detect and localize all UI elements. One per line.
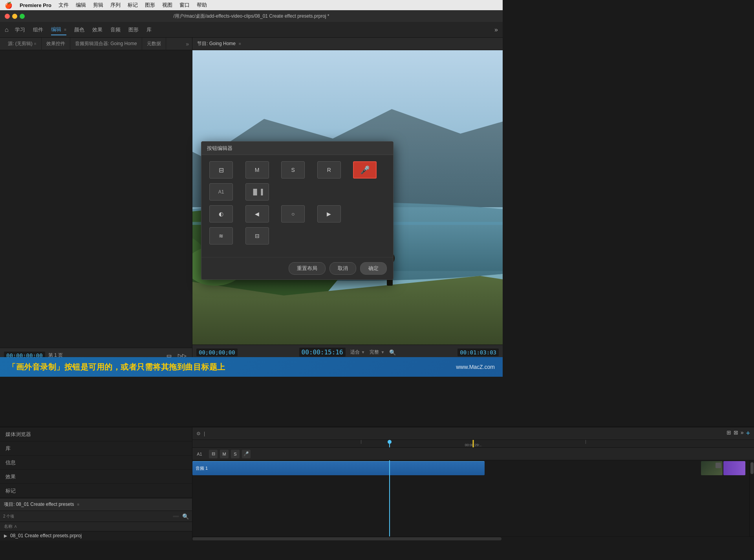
modal-header: 按钮编辑器 xyxy=(201,142,393,155)
full-label: 完整 xyxy=(370,349,379,356)
source-panel: 源: (无剪辑) ≡ 效果控件 音频剪辑混合器: Going Home 元数据 … xyxy=(0,38,192,377)
tab-metadata[interactable]: 元数据 xyxy=(142,38,166,50)
nav-learn[interactable]: 学习 xyxy=(15,25,25,35)
program-menu[interactable]: ≡ xyxy=(239,42,241,46)
edit-menu-icon: ≡ xyxy=(64,27,66,32)
source-tabbar: 源: (无剪辑) ≡ 效果控件 音频剪辑混合器: Going Home 元数据 … xyxy=(0,38,192,50)
button-grid-row2: A1 ▐▌▐ xyxy=(209,183,385,201)
button-grid-row3: ◐ ◀ ○ ▶ xyxy=(209,205,385,223)
btn-s[interactable]: S xyxy=(281,161,305,179)
menu-help[interactable]: 帮助 xyxy=(197,2,207,9)
title-bar: /用户/mac/桌面/add-effects-video-clips/08_01… xyxy=(0,10,503,22)
btn-mic-active[interactable]: 🎤 xyxy=(353,161,377,179)
source-content xyxy=(0,50,192,348)
app-name: Premiere Pro xyxy=(20,2,51,8)
confirm-button[interactable]: 确定 xyxy=(360,262,387,275)
btn-prev[interactable]: ◀ xyxy=(245,205,269,223)
apple-logo[interactable]: 🍎 xyxy=(5,2,13,9)
no-recording-icon: ⊟ xyxy=(219,166,224,174)
a1-label: A1 xyxy=(218,189,224,195)
tab-source[interactable]: 源: (无剪辑) ≡ xyxy=(3,38,42,50)
nav-graphics[interactable]: 图形 xyxy=(128,25,139,35)
btn-empty-5 xyxy=(281,227,305,244)
button-grid-row4: ≋ ⊟ xyxy=(209,227,385,244)
btn-empty-4 xyxy=(353,205,377,223)
minus-rect-icon: ⊟ xyxy=(255,233,260,239)
mic-icon: 🎤 xyxy=(360,165,370,175)
menu-window[interactable]: 窗口 xyxy=(179,2,190,9)
menu-view[interactable]: 视图 xyxy=(162,2,172,9)
window-title: /用户/mac/桌面/add-effects-video-clips/08_01… xyxy=(173,13,329,20)
btn-r[interactable]: R xyxy=(317,161,341,179)
menu-graphics[interactable]: 图形 xyxy=(145,2,155,9)
next-icon: ▶ xyxy=(327,211,331,217)
modal-footer: 重置布局 取消 确定 xyxy=(201,257,393,279)
nav-effects[interactable]: 效果 xyxy=(92,25,102,35)
btn-next[interactable]: ▶ xyxy=(317,205,341,223)
workspace-nav: 学习 组件 编辑 ≡ 颜色 效果 音频 图形 库 xyxy=(15,24,494,35)
minimize-button[interactable] xyxy=(12,14,17,19)
nav-audio[interactable]: 音频 xyxy=(110,25,121,35)
menu-marker[interactable]: 标记 xyxy=(128,2,138,9)
program-title: 节目: Going Home xyxy=(197,40,236,47)
menu-file[interactable]: 文件 xyxy=(59,2,69,9)
prev-icon: ◀ xyxy=(255,211,259,217)
modal-body: ⊟ M S R 🎤 A1 xyxy=(201,155,393,257)
btn-half-circle[interactable]: ◐ xyxy=(209,205,233,223)
btn-minus-rect[interactable]: ⊟ xyxy=(245,227,269,244)
mute-icon: ◐ xyxy=(219,211,223,217)
nav-library[interactable]: 库 xyxy=(146,25,152,35)
nav-assembly[interactable]: 组件 xyxy=(33,25,43,35)
traffic-lights xyxy=(5,14,25,19)
home-icon[interactable]: ⌂ xyxy=(5,26,9,33)
menu-clip[interactable]: 剪辑 xyxy=(93,2,103,9)
fit-dropdown[interactable]: 适合 ▼ xyxy=(350,349,365,356)
menu-sequence[interactable]: 序列 xyxy=(110,2,121,9)
program-current-timecode[interactable]: 00:00:15:16 xyxy=(299,348,346,357)
annotation-text: 「画外音录制」按钮是可用的，或者只需将其拖到曲目标题上 xyxy=(8,362,225,372)
fit-arrow-icon: ▼ xyxy=(361,350,365,354)
nav-color[interactable]: 颜色 xyxy=(74,25,84,35)
signal-icon: ▐▌▐ xyxy=(251,189,263,195)
btn-waveform[interactable]: ≋ xyxy=(209,227,233,244)
r-label: R xyxy=(327,167,331,173)
menu-edit[interactable]: 编辑 xyxy=(76,2,86,9)
btn-empty-3 xyxy=(353,183,377,201)
modal-title: 按钮编辑器 xyxy=(207,145,232,152)
close-button[interactable] xyxy=(5,14,10,19)
fit-label: 适合 xyxy=(350,349,360,356)
annotation-bar: 「画外音录制」按钮是可用的，或者只需将其拖到曲目标题上 www.MacZ.com xyxy=(0,357,503,377)
full-arrow-icon: ▼ xyxy=(381,350,384,354)
tab-audio-mixer[interactable]: 音频剪辑混合器: Going Home xyxy=(70,38,142,50)
workspace-bar: ⌂ 学习 组件 编辑 ≡ 颜色 效果 音频 图形 库 » xyxy=(0,22,503,38)
circle-icon: ○ xyxy=(291,211,295,217)
watermark: www.MacZ.com xyxy=(456,364,495,370)
btn-signal[interactable]: ▐▌▐ xyxy=(245,183,269,201)
menu-bar: 🍎 Premiere Pro 文件 编辑 剪辑 序列 标记 图形 视图 窗口 帮… xyxy=(0,0,503,10)
button-grid-row1: ⊟ M S R 🎤 xyxy=(209,161,385,179)
btn-empty-6 xyxy=(317,227,341,244)
maximize-button[interactable] xyxy=(20,14,25,19)
btn-no-recording[interactable]: ⊟ xyxy=(209,161,233,179)
btn-empty-2 xyxy=(317,183,341,201)
zoom-in-icon[interactable]: 🔍 xyxy=(389,349,396,356)
btn-circle[interactable]: ○ xyxy=(281,205,305,223)
program-tabbar: 节目: Going Home ≡ xyxy=(192,38,503,50)
cancel-button[interactable]: 取消 xyxy=(329,262,356,275)
source-tab-menu[interactable]: ≡ xyxy=(34,42,37,46)
m-label: M xyxy=(255,167,260,173)
tab-effects-controls[interactable]: 效果控件 xyxy=(42,38,70,50)
s-label: S xyxy=(291,167,295,173)
btn-m[interactable]: M xyxy=(245,161,269,179)
full-dropdown[interactable]: 完整 ▼ xyxy=(370,349,384,356)
reset-layout-button[interactable]: 重置布局 xyxy=(289,262,326,275)
btn-empty-7 xyxy=(353,227,377,244)
workspace-more-button[interactable]: » xyxy=(494,26,498,33)
button-editor-modal[interactable]: 按钮编辑器 ⊟ M S R 🎤 xyxy=(201,141,393,280)
program-in-timecode[interactable]: 00;00;00;00 xyxy=(196,348,238,356)
nav-edit[interactable]: 编辑 ≡ xyxy=(51,24,66,35)
waveform-icon: ≋ xyxy=(219,233,223,239)
btn-a1[interactable]: A1 xyxy=(209,183,233,201)
program-duration-timecode: 00:01:03:03 xyxy=(458,348,499,356)
source-more-tabs[interactable]: » xyxy=(186,41,189,47)
